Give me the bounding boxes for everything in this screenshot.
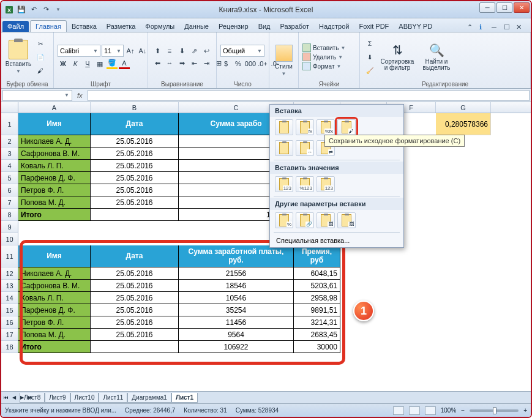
row-header[interactable]: 18 [1,341,18,353]
help-icon[interactable]: ℹ [479,23,488,32]
indent-dec-icon[interactable]: ⇤ [189,58,200,69]
underline-icon[interactable]: Ч [82,58,93,69]
row-header[interactable]: 9 [1,221,18,233]
paste-all-button[interactable] [275,119,293,135]
row-header[interactable]: 17 [1,329,18,341]
inc-decimal-icon[interactable]: .0+ [257,58,268,69]
view-pagebreak-button[interactable] [425,406,436,415]
cell[interactable]: 25.05.2016 [91,316,179,329]
cell[interactable] [436,329,491,341]
cell[interactable] [387,267,436,280]
col-header-a[interactable]: A [18,102,91,113]
paste-button[interactable]: Вставить ▼ [5,37,32,77]
cell[interactable] [436,172,491,184]
paste-keep-widths-button[interactable]: ↔ [296,140,314,156]
orientation-icon[interactable]: ⇗ [189,45,200,56]
cell[interactable]: 25.05.2016 [91,280,179,292]
cell[interactable] [436,147,491,160]
cell[interactable] [340,329,387,341]
paste-link-button[interactable]: 🔗 [296,212,314,228]
sheet-tab[interactable]: Лист11 [99,393,127,403]
cell[interactable] [436,267,491,280]
sheet-nav-next-icon[interactable]: ▶ [18,394,26,402]
align-top-icon[interactable]: ⬆ [152,45,163,56]
sheet-nav-prev-icon[interactable]: ◀ [10,394,18,402]
select-all-corner[interactable] [1,102,18,113]
cell[interactable] [436,184,491,196]
cell[interactable]: 25.05.2016 [91,135,179,147]
cell[interactable]: 106922 [179,341,294,353]
close-button[interactable]: ✕ [514,2,530,13]
cell[interactable] [387,341,436,353]
cell[interactable] [340,267,387,280]
row-header[interactable]: 7 [1,196,18,209]
tab-developer[interactable]: Разработ [275,21,314,32]
font-size-select[interactable]: 11▼ [102,45,124,57]
minimize-button[interactable]: ─ [479,2,495,13]
cell[interactable]: Петров Ф. Л. [18,316,91,329]
align-right-icon[interactable]: ➡ [176,58,187,69]
cell[interactable]: 25.05.2016 [91,160,179,172]
cell[interactable] [387,245,436,267]
excel-icon[interactable]: X [4,4,15,15]
name-box[interactable]: ▼ [2,90,72,101]
cell[interactable]: Дата [91,245,179,267]
tab-file[interactable]: Файл [2,21,29,32]
cell[interactable]: Николаев А. Д. [18,135,91,147]
number-format-select[interactable]: Общий▼ [220,45,264,57]
cell[interactable]: 6048,15 [294,267,340,280]
percent-icon[interactable]: % [233,58,244,69]
cell[interactable] [436,221,491,233]
cell[interactable] [387,316,436,329]
cell[interactable]: Парфенов Д. Ф. [18,172,91,184]
bold-icon[interactable]: Ж [58,58,69,69]
tab-data[interactable]: Данные [179,21,214,32]
cell[interactable] [340,245,387,267]
italic-icon[interactable]: К [70,58,81,69]
cell[interactable]: 9891,51 [294,304,340,316]
cell[interactable]: Имя [18,245,91,267]
cell[interactable]: Итого [18,209,91,221]
cell[interactable] [18,221,91,233]
fill-color-icon[interactable]: 🪣 [107,58,118,69]
cell[interactable]: Итого [18,341,91,353]
autosum-icon[interactable]: Σ [364,37,376,50]
align-left-icon[interactable]: ⬅ [152,58,163,69]
cell[interactable] [436,316,491,329]
cell[interactable] [18,233,91,245]
cell[interactable] [436,341,491,353]
cell[interactable]: Имя [18,113,91,135]
cell[interactable]: 2958,98 [294,292,340,304]
cell[interactable]: 25.05.2016 [91,304,179,316]
cell[interactable]: 25.05.2016 [91,329,179,341]
insert-cells-button[interactable]: Вставить▼ [302,43,345,52]
cell[interactable]: Сумма заработной платы, руб. [179,245,294,267]
sheet-nav-last-icon[interactable]: ⏭ [26,394,34,402]
paste-special-button[interactable]: Специальная вставка... [270,234,403,247]
row-header[interactable]: 6 [1,184,18,196]
cell[interactable] [436,280,491,292]
cell[interactable] [91,341,179,353]
paste-values-button[interactable]: 123 [275,176,293,192]
paste-values-source-fmt-button[interactable]: 123 [317,176,335,192]
doc-minimize-icon[interactable]: ─ [492,23,500,32]
tab-abbyy[interactable]: ABBYY PD [394,21,437,32]
row-header[interactable]: 1 [1,113,18,135]
formula-input[interactable] [88,90,530,101]
cell[interactable]: 25.05.2016 [91,184,179,196]
cell[interactable]: Коваль Л. П. [18,160,91,172]
cell[interactable]: 25.05.2016 [91,172,179,184]
cell[interactable]: 9564 [179,329,294,341]
row-header[interactable]: 16 [1,316,18,329]
row-header[interactable]: 8 [1,209,18,221]
sort-filter-button[interactable]: ⇅ Сортировка и фильтр [378,37,416,77]
cell[interactable]: Премия, руб [294,245,340,267]
col-header-g[interactable]: G [436,102,491,113]
zoom-out-icon[interactable]: − [461,407,465,414]
sheet-nav-first-icon[interactable]: ⏮ [2,394,10,402]
font-color-icon[interactable]: A [119,58,130,69]
tab-view[interactable]: Вид [253,21,275,32]
cell[interactable] [340,341,387,353]
align-center-icon[interactable]: ↔ [164,58,175,69]
sheet-tab[interactable]: Диаграмма1 [127,393,171,403]
